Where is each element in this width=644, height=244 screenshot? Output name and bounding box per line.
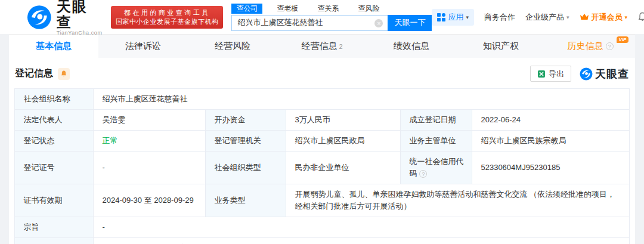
- vip-badge: VIP: [617, 36, 629, 43]
- crown-icon: [580, 13, 589, 21]
- field-value: -: [94, 217, 629, 238]
- table-row: 登记证号 - 社会组织类型 民办非企业单位 统一社会信用代码? 52330604…: [15, 152, 629, 184]
- section-title: 登记信息: [15, 67, 53, 80]
- tab-operation-risk[interactable]: 经营风险: [188, 35, 277, 58]
- help-icon[interactable]: ?: [606, 42, 614, 50]
- field-value: 3万人民币: [286, 110, 401, 131]
- help-icon[interactable]: ?: [419, 170, 427, 178]
- field-value: 绍兴市上虞区民族宗教局: [472, 131, 629, 152]
- field-label: 社会组织名称: [15, 89, 94, 110]
- table-row: 登记状态 正常 登记管理机关 绍兴市上虞区民政局 业务主管单位 绍兴市上虞区民族…: [15, 131, 629, 152]
- header-menu: 应用 ▾ 商务合作 企业级产品 ▾ 开通会员 ▾ 超级... ▾: [432, 9, 644, 26]
- open-vip-menu[interactable]: 开通会员 ▾: [580, 12, 628, 23]
- logo-title: 天眼查: [57, 0, 103, 30]
- bell-icon: [637, 12, 644, 22]
- tianyancha-swirl-icon: [27, 5, 52, 30]
- table-row: 证书有效期 2024-09-30 至 2028-09-29 业务类型 开展弱势儿…: [15, 184, 629, 217]
- field-value: 绍兴市上虞区莲花慈善社: [94, 89, 629, 110]
- status-badge: 正常: [94, 131, 206, 152]
- bell-icon: [60, 70, 67, 78]
- chevron-down-icon: ▾: [566, 14, 569, 20]
- search-tab-relation[interactable]: 查关系: [312, 4, 343, 14]
- chevron-down-icon: ▾: [625, 14, 628, 20]
- export-button[interactable]: 导出: [530, 66, 571, 82]
- apps-grid-icon: [437, 13, 445, 21]
- search-button[interactable]: 天眼一下: [388, 15, 432, 31]
- field-label: 成立登记日期: [401, 110, 472, 131]
- tianyancha-logo[interactable]: 天眼查 TianYanCha.com: [27, 0, 103, 36]
- apps-menu[interactable]: 应用 ▾: [432, 9, 474, 26]
- field-label: 统一社会信用代码?: [401, 152, 472, 184]
- search-input[interactable]: [231, 15, 388, 31]
- field-value: 民办非企业单位: [286, 152, 401, 184]
- field-label: 住所: [15, 238, 94, 244]
- section-header: 登记信息 导出 天眼查: [9, 58, 635, 88]
- tab-basic-info[interactable]: 基本信息: [9, 35, 98, 58]
- field-label: 登记证号: [15, 152, 94, 184]
- search-area: 查公司 查老板 查关系 查风险 × 天眼一下: [231, 4, 432, 31]
- business-coop-link[interactable]: 商务合作: [484, 12, 515, 23]
- field-label: 登记状态: [15, 131, 94, 152]
- field-value: 浙江省绍兴市上虞区百官街道城东工业园区高铁辅路百草寺: [94, 238, 629, 244]
- slogan-badge: 都在用的商业查询工具 国家中小企业发展子基金旗下机构: [111, 6, 224, 29]
- content-card: 基本信息 法律诉讼 经营风险 经营信息 2 绩效信息 知识产权 VIP 历史信息…: [9, 34, 635, 244]
- tab-legal-proceedings[interactable]: 法律诉讼: [98, 35, 188, 58]
- field-label: 业务主管单位: [401, 131, 472, 152]
- registration-table: 社会组织名称 绍兴市上虞区莲花慈善社 法定代表人 吴浩雯 开办资金 3万人民币 …: [14, 88, 629, 244]
- tab-operation-info[interactable]: 经营信息 2: [277, 35, 367, 58]
- table-row: 社会组织名称 绍兴市上虞区莲花慈善社: [15, 89, 629, 110]
- field-label: 开办资金: [206, 110, 286, 131]
- tab-count-badge: 2: [339, 43, 342, 50]
- table-row: 住所 浙江省绍兴市上虞区百官街道城东工业园区高铁辅路百草寺: [15, 238, 629, 244]
- enterprise-product-menu[interactable]: 企业级产品 ▾: [525, 12, 569, 23]
- field-label: 业务类型: [206, 184, 286, 217]
- tianyancha-swirl-icon: [580, 67, 593, 81]
- watermark-logo: 天眼查: [580, 67, 629, 81]
- clear-icon[interactable]: ×: [374, 19, 383, 27]
- field-label: 证书有效期: [15, 184, 94, 217]
- search-tab-company[interactable]: 查公司: [231, 4, 262, 14]
- table-row: 宗旨 -: [15, 217, 629, 238]
- search-tab-risk[interactable]: 查风险: [353, 4, 384, 14]
- field-value: 开展弱势儿童、孤儿、单亲困难孕妇救助等慈善活动和慈善文化交流 （依法须经批准的项…: [286, 184, 629, 217]
- field-value: 绍兴市上虞区民政局: [286, 131, 401, 152]
- field-label: 社会组织类型: [206, 152, 286, 184]
- notifications-button[interactable]: [637, 12, 644, 22]
- field-value: 52330604MJ95230185: [472, 152, 629, 184]
- field-value: -: [94, 152, 206, 184]
- tab-history-info[interactable]: VIP 历史信息 ?: [546, 35, 635, 58]
- field-label: 宗旨: [15, 217, 94, 238]
- subscribe-bell-button[interactable]: [58, 68, 70, 80]
- detail-nav-tabs: 基本信息 法律诉讼 经营风险 经营信息 2 绩效信息 知识产权 VIP 历史信息…: [9, 34, 635, 58]
- field-label: 登记管理机关: [206, 131, 286, 152]
- field-value: 2022-06-24: [472, 110, 629, 131]
- top-header: 天眼查 TianYanCha.com 都在用的商业查询工具 国家中小企业发展子基…: [0, 0, 644, 34]
- tab-performance-info[interactable]: 绩效信息: [367, 35, 456, 58]
- field-value: 吴浩雯: [94, 110, 206, 131]
- field-label: 法定代表人: [15, 110, 94, 131]
- search-tabs: 查公司 查老板 查关系 查风险: [231, 4, 432, 14]
- field-value: 2024-09-30 至 2028-09-29: [94, 184, 206, 217]
- tab-intellectual-property[interactable]: 知识产权: [456, 35, 546, 58]
- table-row: 法定代表人 吴浩雯 开办资金 3万人民币 成立登记日期 2022-06-24: [15, 110, 629, 131]
- export-excel-icon: [537, 70, 546, 78]
- search-tab-boss[interactable]: 查老板: [272, 4, 303, 14]
- chevron-down-icon: ▾: [466, 14, 469, 20]
